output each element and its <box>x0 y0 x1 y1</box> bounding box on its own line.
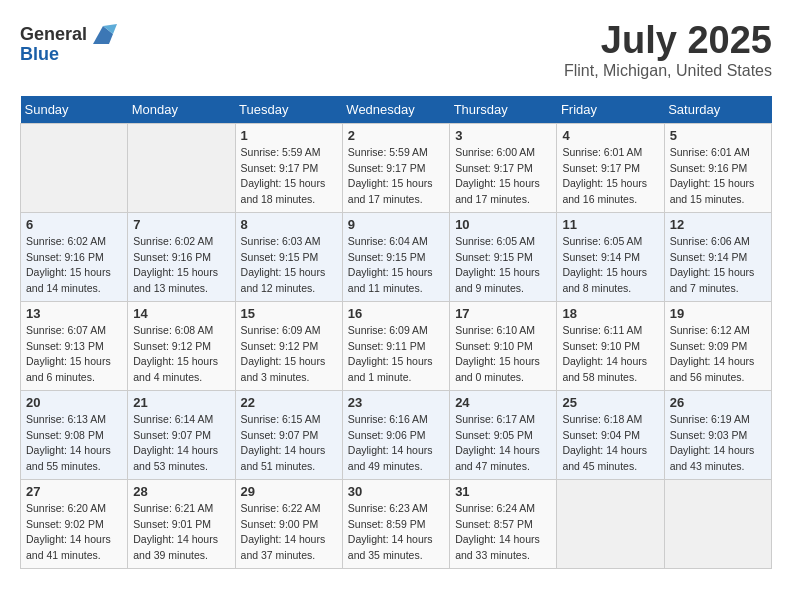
logo-general: General <box>20 24 87 45</box>
day-detail: Sunrise: 6:24 AM Sunset: 8:57 PM Dayligh… <box>455 501 551 564</box>
day-detail: Sunrise: 6:23 AM Sunset: 8:59 PM Dayligh… <box>348 501 444 564</box>
day-detail: Sunrise: 6:14 AM Sunset: 9:07 PM Dayligh… <box>133 412 229 475</box>
day-detail: Sunrise: 6:10 AM Sunset: 9:10 PM Dayligh… <box>455 323 551 386</box>
day-number: 17 <box>455 306 551 321</box>
day-number: 23 <box>348 395 444 410</box>
day-detail: Sunrise: 6:07 AM Sunset: 9:13 PM Dayligh… <box>26 323 122 386</box>
day-number: 27 <box>26 484 122 499</box>
calendar-cell: 1Sunrise: 5:59 AM Sunset: 9:17 PM Daylig… <box>235 123 342 212</box>
calendar-table: SundayMondayTuesdayWednesdayThursdayFrid… <box>20 96 772 569</box>
day-number: 15 <box>241 306 337 321</box>
calendar-cell: 17Sunrise: 6:10 AM Sunset: 9:10 PM Dayli… <box>450 301 557 390</box>
day-number: 26 <box>670 395 766 410</box>
day-detail: Sunrise: 6:08 AM Sunset: 9:12 PM Dayligh… <box>133 323 229 386</box>
day-number: 19 <box>670 306 766 321</box>
calendar-cell: 21Sunrise: 6:14 AM Sunset: 9:07 PM Dayli… <box>128 390 235 479</box>
calendar-cell: 29Sunrise: 6:22 AM Sunset: 9:00 PM Dayli… <box>235 479 342 568</box>
calendar-cell: 15Sunrise: 6:09 AM Sunset: 9:12 PM Dayli… <box>235 301 342 390</box>
weekday-header: Tuesday <box>235 96 342 124</box>
day-detail: Sunrise: 6:19 AM Sunset: 9:03 PM Dayligh… <box>670 412 766 475</box>
day-detail: Sunrise: 6:02 AM Sunset: 9:16 PM Dayligh… <box>26 234 122 297</box>
calendar-cell: 27Sunrise: 6:20 AM Sunset: 9:02 PM Dayli… <box>21 479 128 568</box>
day-number: 31 <box>455 484 551 499</box>
day-detail: Sunrise: 6:01 AM Sunset: 9:17 PM Dayligh… <box>562 145 658 208</box>
day-number: 3 <box>455 128 551 143</box>
calendar-week-row: 27Sunrise: 6:20 AM Sunset: 9:02 PM Dayli… <box>21 479 772 568</box>
weekday-header: Saturday <box>664 96 771 124</box>
page-header: General Blue July 2025 Flint, Michigan, … <box>20 20 772 80</box>
day-number: 29 <box>241 484 337 499</box>
day-detail: Sunrise: 6:02 AM Sunset: 9:16 PM Dayligh… <box>133 234 229 297</box>
calendar-cell <box>664 479 771 568</box>
logo-blue: Blue <box>20 44 59 65</box>
calendar-cell: 20Sunrise: 6:13 AM Sunset: 9:08 PM Dayli… <box>21 390 128 479</box>
calendar-cell: 24Sunrise: 6:17 AM Sunset: 9:05 PM Dayli… <box>450 390 557 479</box>
calendar-week-row: 6Sunrise: 6:02 AM Sunset: 9:16 PM Daylig… <box>21 212 772 301</box>
day-detail: Sunrise: 6:15 AM Sunset: 9:07 PM Dayligh… <box>241 412 337 475</box>
day-detail: Sunrise: 6:17 AM Sunset: 9:05 PM Dayligh… <box>455 412 551 475</box>
main-title: July 2025 <box>564 20 772 62</box>
day-detail: Sunrise: 6:00 AM Sunset: 9:17 PM Dayligh… <box>455 145 551 208</box>
day-number: 22 <box>241 395 337 410</box>
calendar-cell: 28Sunrise: 6:21 AM Sunset: 9:01 PM Dayli… <box>128 479 235 568</box>
day-detail: Sunrise: 6:04 AM Sunset: 9:15 PM Dayligh… <box>348 234 444 297</box>
calendar-cell: 18Sunrise: 6:11 AM Sunset: 9:10 PM Dayli… <box>557 301 664 390</box>
day-detail: Sunrise: 6:05 AM Sunset: 9:15 PM Dayligh… <box>455 234 551 297</box>
day-detail: Sunrise: 5:59 AM Sunset: 9:17 PM Dayligh… <box>348 145 444 208</box>
day-number: 9 <box>348 217 444 232</box>
calendar-cell: 8Sunrise: 6:03 AM Sunset: 9:15 PM Daylig… <box>235 212 342 301</box>
weekday-header-row: SundayMondayTuesdayWednesdayThursdayFrid… <box>21 96 772 124</box>
day-detail: Sunrise: 6:03 AM Sunset: 9:15 PM Dayligh… <box>241 234 337 297</box>
day-detail: Sunrise: 6:22 AM Sunset: 9:00 PM Dayligh… <box>241 501 337 564</box>
subtitle: Flint, Michigan, United States <box>564 62 772 80</box>
calendar-cell: 3Sunrise: 6:00 AM Sunset: 9:17 PM Daylig… <box>450 123 557 212</box>
calendar-week-row: 1Sunrise: 5:59 AM Sunset: 9:17 PM Daylig… <box>21 123 772 212</box>
day-number: 24 <box>455 395 551 410</box>
logo: General Blue <box>20 20 117 65</box>
calendar-cell: 7Sunrise: 6:02 AM Sunset: 9:16 PM Daylig… <box>128 212 235 301</box>
calendar-cell: 12Sunrise: 6:06 AM Sunset: 9:14 PM Dayli… <box>664 212 771 301</box>
day-number: 2 <box>348 128 444 143</box>
calendar-cell: 23Sunrise: 6:16 AM Sunset: 9:06 PM Dayli… <box>342 390 449 479</box>
weekday-header: Monday <box>128 96 235 124</box>
day-number: 5 <box>670 128 766 143</box>
calendar-cell: 10Sunrise: 6:05 AM Sunset: 9:15 PM Dayli… <box>450 212 557 301</box>
weekday-header: Friday <box>557 96 664 124</box>
calendar-week-row: 13Sunrise: 6:07 AM Sunset: 9:13 PM Dayli… <box>21 301 772 390</box>
day-detail: Sunrise: 6:06 AM Sunset: 9:14 PM Dayligh… <box>670 234 766 297</box>
calendar-cell: 6Sunrise: 6:02 AM Sunset: 9:16 PM Daylig… <box>21 212 128 301</box>
day-detail: Sunrise: 6:16 AM Sunset: 9:06 PM Dayligh… <box>348 412 444 475</box>
calendar-cell: 5Sunrise: 6:01 AM Sunset: 9:16 PM Daylig… <box>664 123 771 212</box>
day-number: 21 <box>133 395 229 410</box>
day-number: 7 <box>133 217 229 232</box>
day-detail: Sunrise: 6:21 AM Sunset: 9:01 PM Dayligh… <box>133 501 229 564</box>
calendar-cell: 2Sunrise: 5:59 AM Sunset: 9:17 PM Daylig… <box>342 123 449 212</box>
day-detail: Sunrise: 6:12 AM Sunset: 9:09 PM Dayligh… <box>670 323 766 386</box>
calendar-cell: 31Sunrise: 6:24 AM Sunset: 8:57 PM Dayli… <box>450 479 557 568</box>
day-detail: Sunrise: 5:59 AM Sunset: 9:17 PM Dayligh… <box>241 145 337 208</box>
calendar-cell <box>21 123 128 212</box>
day-number: 30 <box>348 484 444 499</box>
calendar-cell <box>128 123 235 212</box>
day-number: 6 <box>26 217 122 232</box>
calendar-cell: 19Sunrise: 6:12 AM Sunset: 9:09 PM Dayli… <box>664 301 771 390</box>
calendar-cell: 30Sunrise: 6:23 AM Sunset: 8:59 PM Dayli… <box>342 479 449 568</box>
day-number: 1 <box>241 128 337 143</box>
weekday-header: Sunday <box>21 96 128 124</box>
day-number: 10 <box>455 217 551 232</box>
weekday-header: Thursday <box>450 96 557 124</box>
calendar-cell: 26Sunrise: 6:19 AM Sunset: 9:03 PM Dayli… <box>664 390 771 479</box>
calendar-cell: 16Sunrise: 6:09 AM Sunset: 9:11 PM Dayli… <box>342 301 449 390</box>
day-detail: Sunrise: 6:18 AM Sunset: 9:04 PM Dayligh… <box>562 412 658 475</box>
day-number: 11 <box>562 217 658 232</box>
calendar-cell: 13Sunrise: 6:07 AM Sunset: 9:13 PM Dayli… <box>21 301 128 390</box>
day-number: 8 <box>241 217 337 232</box>
day-detail: Sunrise: 6:09 AM Sunset: 9:11 PM Dayligh… <box>348 323 444 386</box>
day-number: 25 <box>562 395 658 410</box>
calendar-cell: 4Sunrise: 6:01 AM Sunset: 9:17 PM Daylig… <box>557 123 664 212</box>
day-detail: Sunrise: 6:20 AM Sunset: 9:02 PM Dayligh… <box>26 501 122 564</box>
day-number: 16 <box>348 306 444 321</box>
day-detail: Sunrise: 6:01 AM Sunset: 9:16 PM Dayligh… <box>670 145 766 208</box>
title-block: July 2025 Flint, Michigan, United States <box>564 20 772 80</box>
weekday-header: Wednesday <box>342 96 449 124</box>
